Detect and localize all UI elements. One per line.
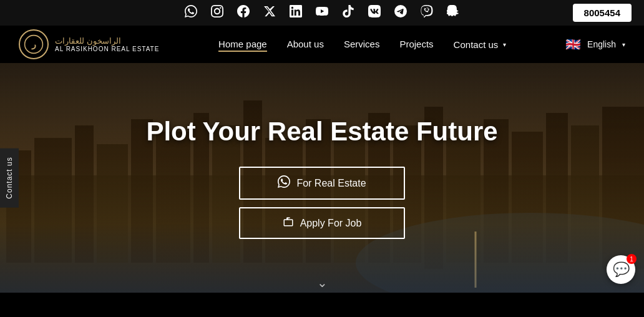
facebook-icon[interactable] [237, 5, 250, 21]
for-real-estate-label: For Real Estate [296, 178, 366, 189]
linkedin-icon[interactable] [290, 5, 302, 21]
logo-text: الراسخون للعقارات AL RASIKHOON REAL ESTA… [55, 36, 159, 52]
nav-about[interactable]: About us [287, 39, 324, 50]
nav-contact-link[interactable]: Contact us ▾ [454, 39, 507, 50]
language-label: English [587, 39, 616, 49]
side-contact-tab[interactable]: Contact us [0, 148, 19, 207]
nav-links: Home page About us Services Projects Con… [218, 39, 506, 50]
nav-services-link[interactable]: Services [344, 39, 380, 49]
hero-title: Plot Your Real Estate Future [146, 117, 497, 147]
logo[interactable]: ر الراسخون للعقارات AL RASIKHOON REAL ES… [19, 29, 159, 59]
chevron-down-icon: ▾ [622, 41, 625, 48]
chevron-down-icon: ▾ [503, 41, 506, 48]
nav-home-link[interactable]: Home page [218, 39, 267, 52]
nav-home[interactable]: Home page [218, 39, 267, 50]
nav-services[interactable]: Services [344, 39, 380, 50]
language-switcher[interactable]: 🇬🇧 English ▾ [565, 37, 625, 52]
instagram-icon[interactable] [211, 5, 223, 21]
logo-icon: ر [19, 29, 49, 59]
nav-projects-link[interactable]: Projects [399, 39, 433, 49]
nav-contact[interactable]: Contact us ▾ [454, 39, 507, 50]
twitter-icon[interactable] [263, 5, 276, 21]
telegram-icon[interactable] [394, 5, 407, 21]
logo-english: AL RASIKHOON REAL ESTATE [55, 46, 159, 52]
scroll-indicator: ⌄ [317, 275, 328, 290]
social-bar: 8005454 [0, 0, 644, 26]
viber-icon[interactable] [421, 5, 433, 21]
whatsapp-icon[interactable] [185, 5, 197, 21]
flag-icon: 🇬🇧 [565, 37, 581, 52]
whatsapp-btn-icon [278, 175, 290, 191]
chat-badge: 1 [627, 254, 637, 264]
hero-buttons: For Real Estate Apply For Job [239, 167, 404, 239]
vk-icon[interactable] [368, 5, 381, 21]
nav-projects[interactable]: Projects [399, 39, 433, 50]
phone-button[interactable]: 8005454 [573, 4, 632, 22]
nav-about-link[interactable]: About us [287, 39, 324, 49]
logo-arabic: الراسخون للعقارات [55, 36, 159, 46]
tiktok-icon[interactable] [342, 5, 354, 21]
youtube-icon[interactable] [316, 5, 328, 21]
job-btn-icon [283, 216, 294, 230]
hero-content: Plot Your Real Estate Future For Real Es… [0, 63, 644, 293]
apply-for-job-button[interactable]: Apply For Job [239, 207, 404, 239]
for-real-estate-button[interactable]: For Real Estate [239, 167, 404, 200]
hero-section: Contact us Plot Your Real Estate Future … [0, 63, 644, 293]
chat-bubble[interactable]: 💬 1 [607, 255, 635, 284]
snapchat-icon[interactable] [447, 5, 459, 21]
chat-icon: 💬 [613, 261, 630, 278]
svg-text:ر: ر [31, 39, 36, 50]
apply-for-job-label: Apply For Job [300, 218, 362, 229]
navbar: ر الراسخون للعقارات AL RASIKHOON REAL ES… [0, 26, 644, 63]
